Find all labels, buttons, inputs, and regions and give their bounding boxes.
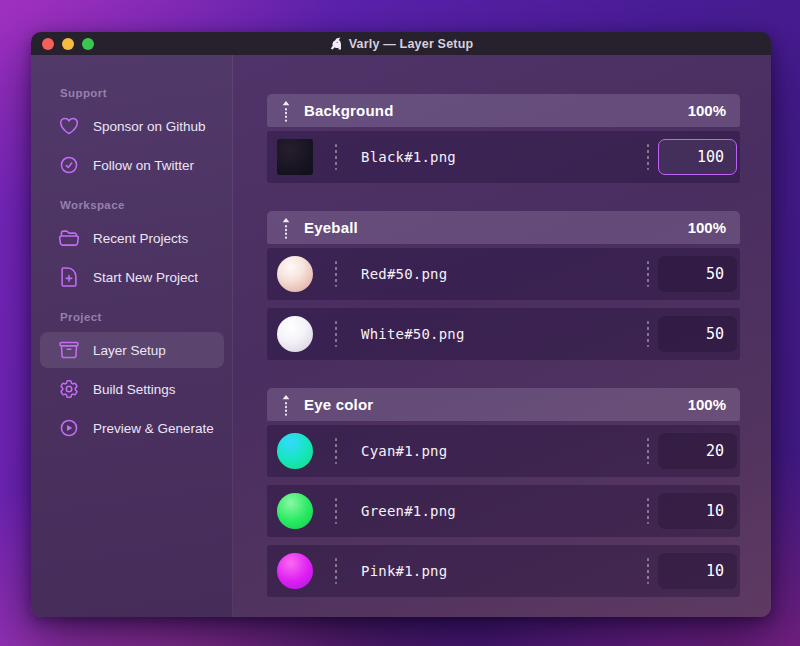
window-title-area: Varly — Layer Setup [31, 37, 771, 51]
zoom-button[interactable] [82, 38, 94, 50]
divider [647, 261, 649, 287]
minimize-button[interactable] [62, 38, 74, 50]
layer-thumbnail [277, 553, 313, 589]
titlebar: Varly — Layer Setup [31, 32, 771, 55]
sidebar-item-sponsor-on-github[interactable]: Sponsor on Github [40, 108, 224, 144]
sidebar-item-label: Build Settings [93, 382, 176, 397]
drag-handle-icon[interactable] [281, 100, 291, 122]
section-label-workspace: Workspace [31, 199, 232, 211]
sidebar-item-build-settings[interactable]: Build Settings [40, 371, 224, 407]
sidebar-item-label: Preview & Generate [93, 421, 214, 436]
sidebar-item-start-new-project[interactable]: Start New Project [40, 259, 224, 295]
sidebar: Support Sponsor on Github Follow on Twit… [31, 55, 233, 617]
group-percent: 100% [688, 219, 726, 236]
sidebar-item-recent-projects[interactable]: Recent Projects [40, 220, 224, 256]
layer-group-eye-color: Eye color 100% Cyan#1.png Green#1.png [267, 388, 740, 597]
layer-filename: White#50.png [361, 326, 465, 342]
divider [335, 321, 337, 347]
layer-row[interactable]: Cyan#1.png [267, 425, 740, 477]
rarity-value-input[interactable] [658, 139, 737, 175]
rarity-value-input[interactable] [658, 433, 737, 469]
group-percent: 100% [688, 396, 726, 413]
layer-filename: Red#50.png [361, 266, 447, 282]
group-title: Background [304, 102, 394, 119]
layer-group-background: Background 100% Black#1.png [267, 94, 740, 183]
layer-thumbnail [277, 316, 313, 352]
layer-thumbnail [277, 493, 313, 529]
divider [335, 558, 337, 584]
folder-open-icon [58, 227, 80, 249]
sidebar-item-label: Start New Project [93, 270, 198, 285]
layer-row[interactable]: Red#50.png [267, 248, 740, 300]
app-window: Varly — Layer Setup Support Sponsor on G… [31, 32, 771, 617]
divider [647, 558, 649, 584]
group-header[interactable]: Eye color 100% [267, 388, 740, 421]
layer-row[interactable]: Green#1.png [267, 485, 740, 537]
group-header[interactable]: Eyeball 100% [267, 211, 740, 244]
sidebar-item-layer-setup[interactable]: Layer Setup [40, 332, 224, 368]
layer-filename: Pink#1.png [361, 563, 447, 579]
layer-thumbnail [277, 139, 313, 175]
layer-filename: Cyan#1.png [361, 443, 447, 459]
group-title: Eyeball [304, 219, 358, 236]
sidebar-section-support: Support Sponsor on Github Follow on Twit… [31, 87, 232, 183]
divider [647, 498, 649, 524]
sidebar-item-label: Layer Setup [93, 343, 166, 358]
section-label-support: Support [31, 87, 232, 99]
play-circle-icon [58, 417, 80, 439]
layer-filename: Black#1.png [361, 149, 456, 165]
sidebar-item-label: Sponsor on Github [93, 119, 206, 134]
divider [647, 438, 649, 464]
gear-icon [58, 378, 80, 400]
divider [335, 144, 337, 170]
traffic-lights [42, 32, 94, 55]
rarity-value-input[interactable] [658, 256, 737, 292]
divider [335, 498, 337, 524]
layer-filename: Green#1.png [361, 503, 456, 519]
layer-group-eyeball: Eyeball 100% Red#50.png White#50.png [267, 211, 740, 360]
archive-box-icon [58, 339, 80, 361]
layer-row[interactable]: Pink#1.png [267, 545, 740, 597]
drag-handle-icon[interactable] [281, 217, 291, 239]
sidebar-item-label: Recent Projects [93, 231, 188, 246]
group-percent: 100% [688, 102, 726, 119]
section-label-project: Project [31, 311, 232, 323]
layer-setup-panel: Background 100% Black#1.png Eye [233, 55, 771, 617]
layer-thumbnail [277, 433, 313, 469]
group-header[interactable]: Background 100% [267, 94, 740, 127]
heart-icon [58, 115, 80, 137]
rarity-value-input[interactable] [658, 316, 737, 352]
close-button[interactable] [42, 38, 54, 50]
rarity-value-input[interactable] [658, 493, 737, 529]
layer-row[interactable]: White#50.png [267, 308, 740, 360]
sidebar-item-preview-generate[interactable]: Preview & Generate [40, 410, 224, 446]
layer-row[interactable]: Black#1.png [267, 131, 740, 183]
sidebar-section-workspace: Workspace Recent Projects Start New Proj… [31, 199, 232, 295]
sidebar-section-project: Project Layer Setup Build Settings Previ… [31, 311, 232, 446]
rarity-value-input[interactable] [658, 553, 737, 589]
layer-thumbnail [277, 256, 313, 292]
divider [647, 144, 649, 170]
sidebar-item-follow-on-twitter[interactable]: Follow on Twitter [40, 147, 224, 183]
divider [335, 438, 337, 464]
sidebar-item-label: Follow on Twitter [93, 158, 194, 173]
group-title: Eye color [304, 396, 373, 413]
window-title: Varly — Layer Setup [349, 37, 474, 51]
unicorn-icon [329, 37, 343, 51]
drag-handle-icon[interactable] [281, 394, 291, 416]
badge-check-icon [58, 154, 80, 176]
divider [647, 321, 649, 347]
divider [335, 261, 337, 287]
document-plus-icon [58, 266, 80, 288]
